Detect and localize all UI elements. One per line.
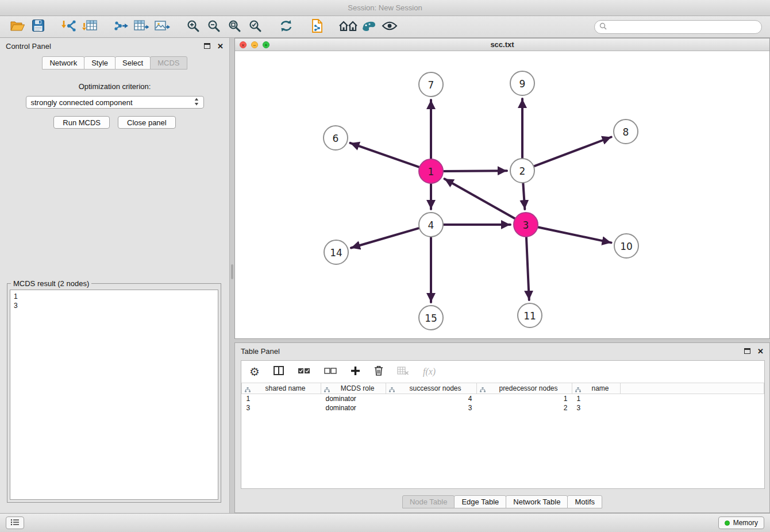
table-settings-button[interactable]: ⚙ <box>249 366 260 377</box>
control-panel-header: Control Panel ✕ <box>0 38 229 54</box>
column-header-mcds-role[interactable]: MCDS role <box>321 383 386 394</box>
network-document-icon <box>310 19 324 35</box>
save-session-button[interactable] <box>28 18 48 36</box>
show-graphics-details-button[interactable] <box>379 18 400 36</box>
edge-2-3[interactable] <box>523 183 525 209</box>
cell-successor-nodes[interactable]: 3 <box>386 403 477 413</box>
show-columns-button[interactable] <box>274 366 284 377</box>
search-icon <box>599 22 607 32</box>
zoom-out-button[interactable] <box>203 18 224 36</box>
refresh-view-button[interactable] <box>276 18 297 36</box>
cell-name[interactable]: 1 <box>572 394 621 403</box>
node-1[interactable]: 1 <box>419 159 443 183</box>
mcds-result-box[interactable]: 1 3 <box>10 290 218 500</box>
criterion-dropdown[interactable]: strongly connected component <box>26 96 204 109</box>
node-7[interactable]: 7 <box>419 72 443 97</box>
node-label: 7 <box>428 79 434 91</box>
column-header-predecessor-nodes[interactable]: predecessor nodes <box>477 383 572 394</box>
memory-button[interactable]: Memory <box>718 516 764 529</box>
zoom-in-button[interactable] <box>183 18 203 36</box>
window-close-button[interactable]: × <box>240 41 247 48</box>
window-minimize-button[interactable]: − <box>251 41 258 48</box>
tab-mcds[interactable]: MCDS <box>150 56 187 70</box>
edge-1-2[interactable] <box>443 171 507 171</box>
cell-predecessor-nodes[interactable]: 1 <box>477 394 572 403</box>
zoom-out-icon <box>207 19 221 35</box>
export-image-button[interactable] <box>152 18 172 36</box>
node-label: 1 <box>428 166 434 178</box>
edge-3-1[interactable] <box>445 179 515 218</box>
table-row[interactable]: 3 dominator 3 2 3 <box>242 403 764 413</box>
mcds-result-line: 3 <box>14 301 214 310</box>
node-9[interactable]: 9 <box>510 71 534 95</box>
tab-motifs[interactable]: Motifs <box>567 495 602 508</box>
panel-splitter[interactable] <box>230 38 234 513</box>
float-panel-icon[interactable] <box>204 43 210 49</box>
node-label: 6 <box>333 133 339 144</box>
tab-style[interactable]: Style <box>84 56 116 70</box>
edge-1-6[interactable] <box>351 143 420 167</box>
table-row[interactable]: 1 dominator 4 1 1 <box>242 394 764 403</box>
table-panel-content: ⚙ <box>241 360 765 489</box>
control-panel-tabs: Network Style Select MCDS <box>0 56 229 70</box>
search-input[interactable] <box>610 22 757 31</box>
cell-mcds-role[interactable]: dominator <box>321 394 386 403</box>
node-14[interactable]: 14 <box>324 240 348 264</box>
window-title: Session: New Session <box>348 3 422 12</box>
cell-shared-name[interactable]: 3 <box>242 403 321 413</box>
run-mcds-button[interactable]: Run MCDS <box>53 116 110 129</box>
apply-style-button[interactable] <box>359 18 379 36</box>
delete-column-button[interactable] <box>374 365 383 378</box>
float-table-panel-icon[interactable] <box>744 348 750 354</box>
node-15[interactable]: 15 <box>419 306 443 330</box>
node-3[interactable]: 3 <box>514 213 538 237</box>
node-table: shared name MCDS role successor nodes <box>241 383 764 413</box>
zoom-fit-button[interactable] <box>224 18 245 36</box>
select-all-button[interactable] <box>298 367 310 377</box>
node-6[interactable]: 6 <box>324 126 348 150</box>
node-4[interactable]: 4 <box>419 213 443 237</box>
cell-predecessor-nodes[interactable]: 2 <box>477 403 572 413</box>
deselect-all-button[interactable] <box>324 367 337 377</box>
network-window-titlebar: × − + scc.txt <box>235 38 769 51</box>
cell-successor-nodes[interactable]: 4 <box>386 394 477 403</box>
cell-mcds-role[interactable]: dominator <box>321 403 386 413</box>
import-network-button[interactable] <box>59 18 79 36</box>
node-11[interactable]: 11 <box>518 303 542 327</box>
network-document-button[interactable] <box>307 18 328 36</box>
show-panels-button[interactable] <box>6 516 24 529</box>
column-header-name[interactable]: name <box>572 383 621 394</box>
column-header-successor-nodes[interactable]: successor nodes <box>386 383 477 394</box>
tab-edge-table[interactable]: Edge Table <box>454 495 506 508</box>
tab-network-table[interactable]: Network Table <box>506 495 568 508</box>
column-header-shared-name[interactable]: shared name <box>242 383 321 394</box>
cell-shared-name[interactable]: 1 <box>242 394 321 403</box>
export-network-button[interactable] <box>110 18 131 36</box>
close-table-panel-icon[interactable]: ✕ <box>757 348 764 355</box>
edge-4-14[interactable] <box>351 228 419 248</box>
tab-select[interactable]: Select <box>115 56 151 70</box>
export-table-button[interactable] <box>131 18 152 36</box>
edge-2-8[interactable] <box>534 137 611 167</box>
export-network-icon <box>113 20 129 34</box>
tab-node-table[interactable]: Node Table <box>402 495 455 508</box>
import-table-button[interactable] <box>79 18 100 36</box>
add-column-button[interactable] <box>351 366 360 378</box>
open-session-button[interactable] <box>7 18 28 36</box>
cell-name[interactable]: 3 <box>572 403 621 413</box>
close-panel-button[interactable]: Close panel <box>118 116 176 129</box>
close-panel-icon[interactable]: ✕ <box>217 43 224 50</box>
deselect-all-icon <box>324 367 337 377</box>
network-canvas[interactable]: 7968124314101511 <box>235 51 769 338</box>
node-10[interactable]: 10 <box>614 234 638 258</box>
home-view-button[interactable] <box>338 18 359 36</box>
edge-3-11[interactable] <box>526 237 529 300</box>
edge-3-10[interactable] <box>538 227 611 242</box>
tab-network[interactable]: Network <box>42 56 84 70</box>
zoom-selected-button[interactable] <box>245 18 265 36</box>
node-8[interactable]: 8 <box>614 119 638 144</box>
zoom-selected-icon <box>248 19 262 35</box>
save-floppy-icon <box>32 20 44 34</box>
window-zoom-button[interactable]: + <box>263 41 270 48</box>
node-2[interactable]: 2 <box>510 159 534 183</box>
